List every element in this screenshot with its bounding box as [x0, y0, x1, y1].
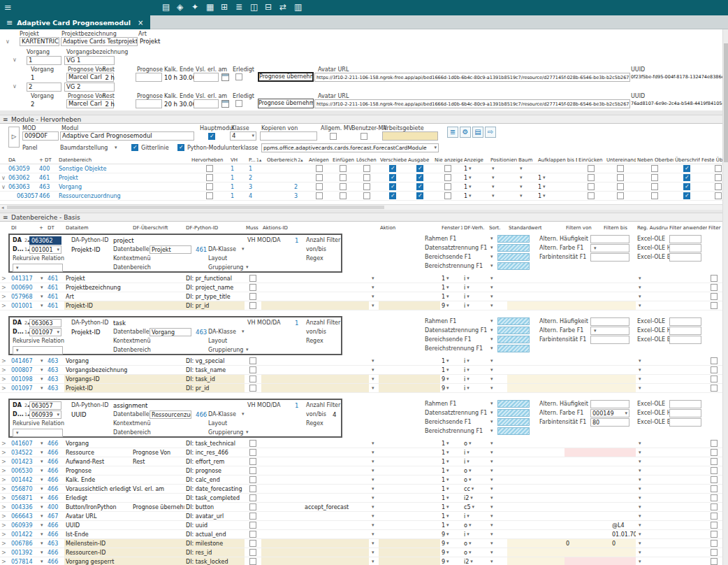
column-header[interactable]: Anlegen — [307, 157, 331, 164]
prognose-field[interactable] — [136, 99, 162, 108]
dropdown-caret[interactable]: ▾ — [446, 541, 449, 546]
nie-anzeigen-checkbox[interactable] — [444, 183, 451, 190]
column-header[interactable]: Neben Oberbereich — [636, 157, 674, 164]
vorgang-nr-field[interactable]: 2 — [27, 83, 61, 92]
filter-deak-checkbox[interactable] — [711, 376, 718, 382]
muss-checkbox[interactable] — [249, 531, 256, 538]
datentabelle-field[interactable]: Vorgang — [150, 328, 191, 336]
dropdown-caret[interactable]: ▾ — [490, 285, 493, 290]
dropdown-caret[interactable]: ▾ — [639, 276, 641, 281]
dropdown-caret[interactable]: ▾ — [446, 377, 449, 382]
dropdown-caret[interactable]: ▾ — [490, 420, 493, 424]
dataitem-row[interactable]: >060939▾466UUIDDI: uuid▾1▾o▾▾@L4▾ — [0, 521, 722, 530]
vorgang-nr-field[interactable]: 1 — [27, 56, 61, 65]
format-field[interactable]: ▾ — [590, 327, 629, 335]
dropdown-caret[interactable]: ▾ — [446, 294, 449, 299]
dropdown-caret[interactable]: ▾ — [41, 523, 43, 528]
hervorheben-checkbox[interactable] — [206, 174, 213, 181]
untereinander-checkbox[interactable] — [617, 165, 624, 172]
column-header[interactable]: Filter deak... — [707, 224, 721, 231]
einfuegen-checkbox[interactable] — [340, 165, 347, 172]
dropdown-caret[interactable]: ▾ — [520, 185, 523, 189]
format-field[interactable] — [669, 327, 701, 335]
column-header[interactable]: Löschen — [355, 157, 379, 164]
dropdown-caret[interactable]: ▾ — [472, 505, 475, 510]
column-header[interactable]: DF-Verh. — [463, 224, 488, 231]
dropdown-caret[interactable]: ▾ — [467, 377, 469, 382]
filter-deak-checkbox[interactable] — [711, 293, 718, 300]
scrollbar-thumb[interactable] — [7, 206, 384, 209]
dropdown-caret[interactable]: ▾ — [41, 386, 43, 391]
format-field[interactable] — [669, 336, 701, 344]
vertical-scrollbar[interactable] — [722, 29, 728, 565]
dropdown-caret[interactable]: ▾ — [492, 176, 495, 180]
dropdown-caret[interactable]: ▾ — [246, 265, 249, 270]
muss-checkbox[interactable] — [249, 558, 256, 565]
filter-deak-checkbox[interactable] — [711, 503, 718, 510]
format-field[interactable]: 000149▾ — [590, 409, 629, 417]
dropdown-caret[interactable]: ▾ — [639, 368, 641, 373]
dropdown-caret[interactable]: ▾ — [372, 469, 374, 473]
format-field[interactable] — [669, 409, 701, 417]
einfuegen-checkbox[interactable] — [340, 183, 347, 190]
klasse-select[interactable]: 4▾ — [230, 131, 256, 141]
dropdown-caret[interactable]: ▾ — [372, 487, 374, 492]
dropdown-caret[interactable]: ▾ — [372, 276, 374, 281]
vsl-field[interactable] — [194, 99, 219, 108]
di-id-field[interactable]: 001097▾ — [29, 328, 61, 336]
format-field[interactable] — [669, 317, 701, 326]
avatar-url-field[interactable]: https://3f10-2-211-106-158.ngrok-free.ap… — [314, 73, 630, 82]
dataitem-row[interactable]: >001423▾466Aufwand-RestRestDI: effort_re… — [0, 457, 722, 466]
dropdown-caret[interactable]: ▾ — [372, 505, 374, 510]
dropdown-caret[interactable]: ▾ — [246, 430, 249, 435]
expand-chevron[interactable]: > — [1, 468, 6, 474]
einruecken-checkbox[interactable] — [588, 165, 595, 172]
column-header[interactable]: Fenster1▴ — [440, 224, 463, 231]
dropdown-caret[interactable]: ▾ — [639, 285, 641, 290]
ausgabe-checkbox[interactable] — [416, 165, 423, 172]
di-sort-label[interactable]: D... — [13, 411, 24, 417]
dropdown-caret[interactable]: ▾ — [594, 246, 597, 251]
dropdown-caret[interactable]: ▾ — [639, 550, 641, 555]
allgem-mv-checkbox[interactable] — [330, 133, 337, 140]
nie-anzeigen-checkbox[interactable] — [444, 165, 451, 172]
muss-checkbox[interactable] — [249, 385, 256, 392]
expand-chevron[interactable]: > — [1, 294, 6, 300]
filter-deak-checkbox[interactable] — [711, 357, 718, 364]
dropdown-caret[interactable]: ▾ — [41, 532, 43, 537]
dropdown-caret[interactable]: ▾ — [490, 328, 493, 333]
filter-deak-checkbox[interactable] — [711, 458, 718, 465]
einruecken-checkbox[interactable] — [588, 174, 595, 181]
format-field[interactable] — [669, 244, 701, 252]
dropdown-caret[interactable]: ▾ — [467, 359, 469, 364]
dropdown-caret[interactable]: ▾ — [492, 194, 495, 199]
expand-chevron[interactable]: > — [1, 522, 6, 529]
column-header[interactable]: Nie anzeigen — [433, 157, 463, 164]
dropdown-caret[interactable]: ▾ — [41, 359, 43, 364]
section-menu-icon[interactable]: ≡ — [3, 214, 8, 221]
datenbereich-select[interactable]: ▾ — [13, 346, 63, 355]
dropdown-caret[interactable]: ▾ — [252, 134, 254, 138]
column-header[interactable]: Filter anwenden auf — [668, 224, 707, 231]
di-sort-label[interactable]: D... — [13, 329, 24, 335]
verschieben-checkbox[interactable] — [389, 192, 396, 199]
column-header[interactable]: VH — [229, 157, 247, 164]
datenbereich-select[interactable]: ▾ — [13, 264, 63, 272]
expand-chevron[interactable]: > — [1, 495, 6, 501]
projekt-name-field[interactable]: Adaptive Cards Testprojekt — [61, 37, 138, 46]
dropdown-caret[interactable]: ▾ — [446, 469, 449, 473]
dropdown-caret[interactable]: ▾ — [242, 412, 245, 417]
gear-icon[interactable]: ⚙ — [460, 127, 471, 138]
dropdown-caret[interactable]: ▾ — [639, 303, 641, 308]
dropdown-caret[interactable]: ▾ — [467, 514, 469, 519]
di-sort-label[interactable]: D... — [13, 246, 24, 252]
dropdown-caret[interactable]: ▾ — [467, 386, 469, 391]
dropdown-caret[interactable]: ▾ — [41, 450, 43, 455]
calendar-icon[interactable] — [221, 100, 229, 108]
dataitem-row[interactable]: >056870▾466Voraussichtlich erledigt amVs… — [0, 485, 722, 494]
expand-chevron[interactable]: > — [1, 285, 6, 291]
muss-checkbox[interactable] — [249, 293, 256, 300]
anlegen-checkbox[interactable] — [316, 165, 323, 172]
dropdown-caret[interactable]: ▾ — [41, 559, 43, 564]
column-header[interactable]: Überschrift — [674, 157, 700, 164]
